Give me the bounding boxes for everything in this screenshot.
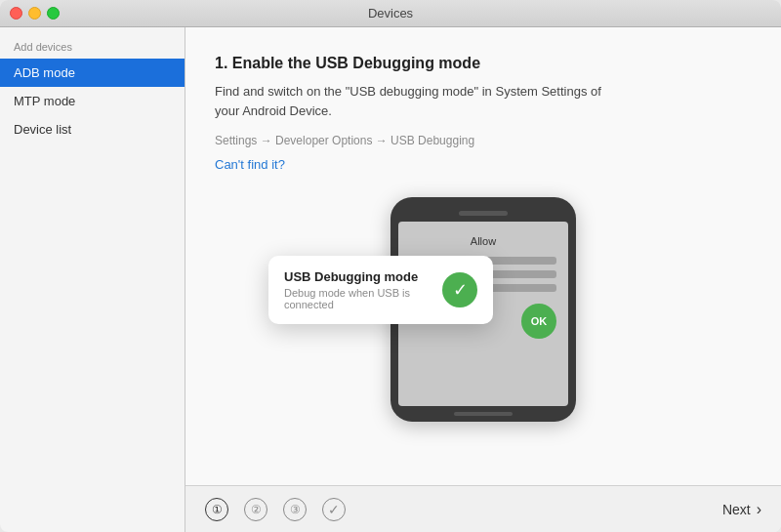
next-label: Next [722,502,751,517]
usb-debug-popup: USB Debugging mode Debug mode when USB i… [268,256,493,324]
sidebar-item-mtp-mode[interactable]: MTP mode [0,87,185,115]
close-button[interactable] [10,7,22,20]
usb-debug-checkbox[interactable]: ✓ [442,272,477,307]
sidebar-item-adb-mode[interactable]: ADB mode [0,59,185,87]
phone-ok-button: OK [521,304,556,339]
content-body: 1. Enable the USB Debugging mode Find an… [185,27,781,485]
step-indicator-check: ✓ [322,498,346,521]
step-title: 1. Enable the USB Debugging mode [215,55,752,72]
phone-screen-allow: Allow [471,235,496,247]
usb-popup-text: USB Debugging mode Debug mode when USB i… [284,269,429,310]
sidebar-section-label: Add devices [0,37,185,59]
bottom-bar: ① ② ③ ✓ Next › [185,485,781,532]
window-title: Devices [368,6,413,20]
checkmark-icon: ✓ [453,281,468,299]
phone-home-bar [454,412,513,416]
titlebar: Devices [0,0,781,27]
step-indicator-2: ② [244,498,267,521]
cant-find-link[interactable]: Can't find it? [215,157,285,172]
main-layout: Add devices ADB mode MTP mode Device lis… [0,27,781,532]
phone-speaker [459,211,508,216]
sidebar: Add devices ADB mode MTP mode Device lis… [0,27,185,532]
titlebar-buttons [10,7,60,20]
step-description: Find and switch on the "USB debugging mo… [215,82,625,120]
step-path: Settings → Developer Options → USB Debug… [215,134,752,147]
step-indicator-1: ① [205,498,228,521]
maximize-button[interactable] [47,7,60,20]
usb-popup-title: USB Debugging mode [284,269,429,284]
next-arrow-icon: › [757,501,761,518]
minimize-button[interactable] [28,7,41,20]
step-indicator-3: ③ [283,498,307,521]
content-area: 1. Enable the USB Debugging mode Find an… [185,27,781,532]
next-button[interactable]: Next › [722,501,761,518]
phone-illustration: Allow OK USB Debugging mode Debug mode w… [215,197,752,422]
sidebar-item-device-list[interactable]: Device list [0,115,185,143]
step-indicators: ① ② ③ ✓ [205,498,346,521]
usb-popup-subtitle: Debug mode when USB is connected [284,287,429,310]
